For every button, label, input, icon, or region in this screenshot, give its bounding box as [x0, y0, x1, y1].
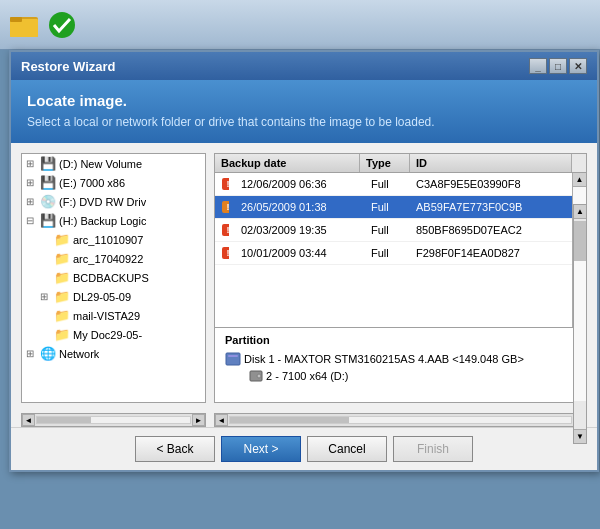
tree-item-network[interactable]: ⊞ 🌐 Network	[22, 344, 205, 363]
partition-sub-text: 2 - 7100 x64 (D:)	[266, 370, 349, 382]
drive-icon: 💾	[40, 156, 56, 171]
tree-item-mail-vista[interactable]: 📁 mail-VISTA29	[22, 306, 205, 325]
expander-icon: ⊞	[26, 158, 40, 169]
row-icon: !	[215, 221, 235, 239]
column-header-id: ID	[410, 154, 572, 172]
row-id: F298F0F14EA0D827	[410, 245, 572, 261]
scroll-right-arrow[interactable]: ►	[192, 414, 205, 426]
svg-rect-12	[226, 353, 240, 365]
row-id: AB59FA7E773F0C9B	[410, 199, 572, 215]
table-row[interactable]: ! 02/03/2009 19:35 Full 850BF8695D07EAC2	[215, 219, 572, 242]
table-row[interactable]: ! 26/05/2009 01:38 Full AB59FA7E773F0C9B	[215, 196, 572, 219]
left-hscrollbar[interactable]: ◄ ►	[21, 413, 206, 427]
right-scroll-track	[229, 416, 572, 424]
row-icon: !	[215, 175, 235, 193]
backup-table: Backup date Type ID ! 12/06/2009 06:36 F	[214, 153, 587, 328]
network-icon: 🌐	[40, 346, 56, 361]
scroll-left-arrow[interactable]: ◄	[215, 414, 228, 426]
tree-item-bcdbackups[interactable]: 📁 BCDBACKUPS	[22, 268, 205, 287]
dialog-header: Locate image. Select a local or network …	[11, 80, 597, 143]
back-button[interactable]: < Back	[135, 436, 215, 462]
tree-label: (E:) 7000 x86	[59, 177, 125, 189]
tree-item-backup-logical[interactable]: ⊟ 💾 (H:) Backup Logic	[22, 211, 205, 230]
row-id: C3A8F9E5E03990F8	[410, 176, 572, 192]
row-type: Full	[365, 245, 410, 261]
svg-text:!: !	[227, 179, 230, 189]
scroll-left-arrow[interactable]: ◄	[22, 414, 35, 426]
partition-title: Partition	[225, 334, 576, 346]
cancel-button[interactable]: Cancel	[307, 436, 387, 462]
tree-label: arc_17040922	[73, 253, 143, 265]
partition-disk-item: Disk 1 - MAXTOR STM3160215AS 4.AAB <149.…	[225, 350, 576, 368]
row-id: 850BF8695D07EAC2	[410, 222, 572, 238]
svg-point-15	[257, 374, 261, 378]
table-row[interactable]: ! 12/06/2009 06:36 Full C3A8F9E5E03990F8	[215, 173, 572, 196]
tree-item-arc2[interactable]: 📁 arc_17040922	[22, 249, 205, 268]
table-body-scroll-container: ! 12/06/2009 06:36 Full C3A8F9E5E03990F8…	[215, 173, 586, 327]
row-date: 10/01/2009 03:44	[235, 245, 365, 261]
table-row[interactable]: ! 10/01/2009 03:44 Full F298F0F14EA0D827	[215, 242, 572, 265]
tree-item-arc1[interactable]: 📁 arc_11010907	[22, 230, 205, 249]
tree-item-dl29[interactable]: ⊞ 📁 DL29-05-09	[22, 287, 205, 306]
tree-label: mail-VISTA29	[73, 310, 140, 322]
table-header: Backup date Type ID	[215, 154, 586, 173]
right-panel: Backup date Type ID ! 12/06/2009 06:36 F	[214, 153, 587, 403]
folder-icon: 📁	[54, 251, 70, 266]
row-date: 26/05/2009 01:38	[235, 199, 365, 215]
tree-label: arc_11010907	[73, 234, 143, 246]
column-header-date: Backup date	[215, 154, 360, 172]
bottom-scrollbar-area: ◄ ► ◄ ►	[11, 413, 597, 427]
tree-label: (F:) DVD RW Driv	[59, 196, 146, 208]
right-hscrollbar[interactable]: ◄ ►	[214, 413, 587, 427]
expander-icon: ⊞	[40, 291, 54, 302]
table-scroll-up[interactable]: ▲	[573, 173, 586, 187]
partition-sub-item: 2 - 7100 x64 (D:)	[225, 368, 576, 384]
table-body: ! 12/06/2009 06:36 Full C3A8F9E5E03990F8…	[215, 173, 572, 327]
right-scroll-thumb[interactable]	[230, 417, 349, 423]
tree-item-new-volume[interactable]: ⊞ 💾 (D:) New Volume	[22, 154, 205, 173]
column-header-type: Type	[360, 154, 410, 172]
svg-rect-2	[10, 17, 22, 22]
tree-item-7000x86[interactable]: ⊞ 💾 (E:) 7000 x86	[22, 173, 205, 192]
table-scrollbar-header	[572, 154, 586, 172]
finish-button[interactable]: Finish	[393, 436, 473, 462]
folder-icon: 📁	[54, 232, 70, 247]
row-icon: !	[215, 198, 235, 216]
disk-icon	[225, 352, 241, 366]
tree-label: (H:) Backup Logic	[59, 215, 146, 227]
folder-icon: 📁	[54, 308, 70, 323]
expander-icon: ⊞	[26, 196, 40, 207]
row-type: Full	[365, 199, 410, 215]
close-button[interactable]: ✕	[569, 58, 587, 74]
expander-icon: ⊞	[26, 348, 40, 359]
expander-icon: ⊞	[26, 177, 40, 188]
row-type: Full	[365, 222, 410, 238]
tree-label: My Doc29-05-	[73, 329, 142, 341]
minimize-button[interactable]: _	[529, 58, 547, 74]
tree-label: Network	[59, 348, 99, 360]
row-date: 12/06/2009 06:36	[235, 176, 365, 192]
svg-point-3	[49, 12, 75, 38]
svg-text:!: !	[227, 248, 230, 258]
left-scroll-thumb[interactable]	[37, 417, 91, 423]
folder-tree-panel: ⊞ 💾 (D:) New Volume ⊞ 💾 (E:) 7000 x86 ⊞ …	[21, 153, 206, 403]
tree-item-mydoc[interactable]: 📁 My Doc29-05-	[22, 325, 205, 344]
maximize-button[interactable]: □	[549, 58, 567, 74]
tree-scroll-area: ⊞ 💾 (D:) New Volume ⊞ 💾 (E:) 7000 x86 ⊞ …	[22, 154, 205, 402]
partition-disk-text: Disk 1 - MAXTOR STM3160215AS 4.AAB <149.…	[244, 353, 524, 365]
tree-label: (D:) New Volume	[59, 158, 142, 170]
dialog-footer: < Back Next > Cancel Finish	[11, 427, 597, 470]
drive-icon: 💾	[40, 175, 56, 190]
folder-icon: 📁	[54, 270, 70, 285]
folder-icon: 📁	[54, 327, 70, 342]
tree-item-dvdrw[interactable]: ⊞ 💿 (F:) DVD RW Driv	[22, 192, 205, 211]
next-button[interactable]: Next >	[221, 436, 301, 462]
row-date: 02/03/2009 19:35	[235, 222, 365, 238]
taskbar	[0, 0, 600, 50]
header-description: Select a local or network folder or driv…	[27, 115, 581, 129]
titlebar-buttons: _ □ ✕	[529, 58, 587, 74]
hdd-icon	[249, 370, 263, 382]
optical-drive-icon: 💿	[40, 194, 56, 209]
folder-icon	[8, 9, 40, 41]
svg-text:!: !	[227, 225, 230, 235]
